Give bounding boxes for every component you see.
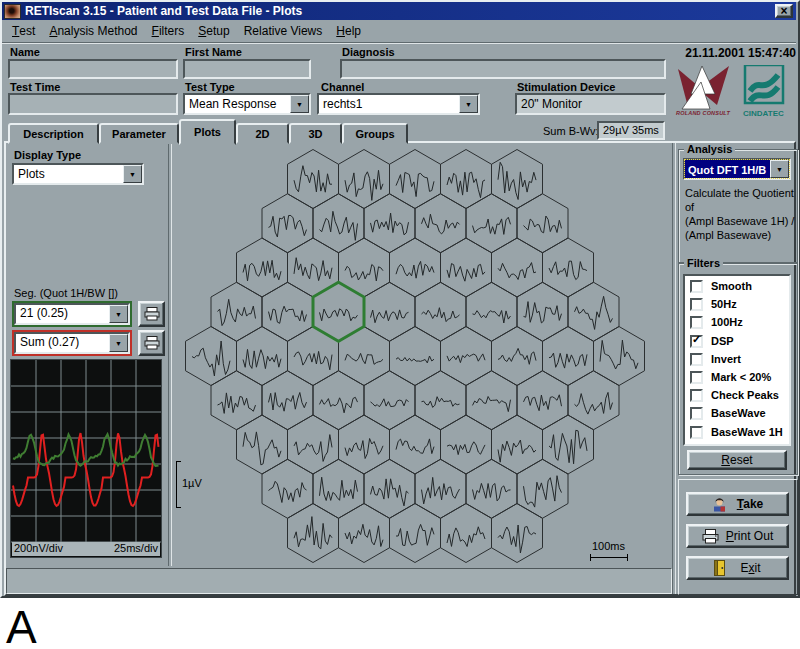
seg-primary-dropdown[interactable]: 21 (0.25) ▼ [14, 303, 130, 325]
hex-segment[interactable] [390, 504, 441, 563]
hex-segment[interactable] [262, 371, 313, 430]
tab-plots[interactable]: Plots [179, 119, 236, 145]
sum-bwv-value: 29µV 35ms [597, 121, 665, 140]
hex-waveform [549, 261, 587, 280]
hex-segment[interactable] [262, 282, 313, 341]
analysis-group-title: Analysis [684, 143, 735, 155]
name-field[interactable] [8, 59, 178, 79]
chevron-down-icon[interactable]: ▼ [770, 160, 789, 178]
hex-segment[interactable] [364, 282, 415, 341]
hex-segment[interactable] [517, 282, 568, 341]
hex-segment[interactable] [441, 238, 492, 297]
hex-segment[interactable] [313, 194, 364, 253]
analysis-description-line: of [685, 201, 694, 213]
seg-secondary-print-button[interactable] [138, 330, 165, 356]
hex-segment[interactable] [339, 504, 390, 563]
tab-3d[interactable]: 3D [289, 123, 342, 144]
seg-secondary-dropdown[interactable]: Sum (0.27) ▼ [14, 332, 130, 354]
hex-segment[interactable] [415, 459, 466, 518]
hex-segment[interactable] [568, 371, 619, 430]
hex-segment[interactable] [237, 415, 288, 474]
amplitude-scale-label: 1µV [182, 477, 202, 489]
exit-button[interactable]: Exit [686, 556, 789, 580]
seg-primary-print-button[interactable] [138, 301, 165, 327]
hex-waveform [549, 430, 587, 464]
menu-item-test[interactable]: Test [5, 20, 42, 42]
checkbox-basewave[interactable] [690, 407, 703, 420]
menu-item-relative-views[interactable]: Relative Views [237, 20, 330, 42]
chevron-down-icon[interactable]: ▼ [459, 95, 478, 113]
display-type-dropdown[interactable]: Plots ▼ [12, 163, 144, 185]
hex-segment[interactable] [492, 238, 543, 297]
hex-waveform [422, 397, 460, 408]
checkbox-100hz[interactable] [690, 316, 703, 329]
hex-waveform [524, 302, 562, 323]
tab-description[interactable]: Description [8, 123, 99, 144]
first-name-field[interactable] [183, 59, 311, 79]
hex-segment[interactable] [568, 282, 619, 341]
filter-row-50hz: 50Hz [685, 298, 789, 316]
hex-segment[interactable] [390, 238, 441, 297]
hex-waveform [447, 354, 485, 363]
tab-groups[interactable]: Groups [342, 123, 408, 144]
stimulation-device-field[interactable]: 20" Monitor [515, 93, 666, 115]
hex-segment[interactable] [237, 327, 288, 386]
test-type-dropdown[interactable]: Mean Response ▼ [183, 93, 311, 115]
chevron-down-icon[interactable]: ▼ [123, 165, 142, 183]
filter-row-smooth: Smooth [685, 280, 789, 298]
chevron-down-icon[interactable]: ▼ [109, 305, 128, 323]
tab-parameter[interactable]: Parameter [99, 123, 179, 144]
filter-label: Invert [711, 353, 741, 365]
checkbox-smooth[interactable] [690, 280, 703, 293]
hex-waveform [269, 216, 307, 238]
hex-segment[interactable] [390, 150, 441, 209]
hex-segment[interactable] [466, 194, 517, 253]
menu-item-setup[interactable]: Setup [191, 20, 236, 42]
screenshot-root: RETIscan 3.15 - Patient and Test Data Fi… [0, 0, 800, 649]
filter-label: BaseWave [711, 407, 766, 419]
hex-waveform [524, 395, 562, 411]
hex-segment[interactable] [594, 327, 645, 386]
hex-waveform [498, 440, 536, 462]
analysis-description-line: (Ampl Basewave 1H) / [685, 215, 794, 227]
reset-button[interactable]: Reset [687, 450, 787, 470]
checkbox-check-peaks[interactable] [690, 389, 703, 402]
print-out-button[interactable]: Print Out [686, 524, 789, 548]
diagnosis-field[interactable] [340, 59, 666, 79]
hex-segment[interactable] [339, 415, 390, 474]
menu-item-filters[interactable]: Filters [145, 20, 192, 42]
test-time-field[interactable] [8, 93, 178, 115]
analysis-dropdown[interactable]: Quot DFT 1H/B ▼ [683, 158, 791, 180]
hex-waveform [294, 351, 332, 369]
checkbox-basewave-1h[interactable] [690, 426, 703, 439]
hex-segment[interactable] [441, 504, 492, 563]
chevron-down-icon[interactable]: ▼ [290, 95, 309, 113]
hex-waveform [473, 217, 511, 234]
menu-item-analysis-method[interactable]: Analysis Method [42, 20, 144, 42]
hex-waveform [294, 435, 332, 462]
hex-segment[interactable] [492, 150, 543, 209]
hex-segment[interactable] [186, 327, 237, 386]
checkbox-dsp[interactable]: ✓ [690, 335, 703, 348]
hex-waveform [371, 213, 409, 235]
close-button[interactable]: × [775, 4, 793, 18]
tab-2d[interactable]: 2D [236, 123, 289, 144]
menu-item-help[interactable]: Help [329, 20, 368, 42]
hex-segment[interactable] [211, 371, 262, 430]
channel-dropdown[interactable]: rechts1 ▼ [317, 93, 480, 115]
checkbox-invert[interactable] [690, 353, 703, 366]
hex-segment[interactable] [390, 327, 441, 386]
title-bar[interactable]: RETIscan 3.15 - Patient and Test Data Fi… [2, 2, 796, 20]
checkbox-50hz[interactable] [690, 298, 703, 311]
take-button[interactable]: Take [686, 492, 789, 516]
hex-segment[interactable] [543, 327, 594, 386]
hex-segment[interactable] [492, 415, 543, 474]
hex-waveform [294, 258, 332, 281]
cindatec-logo: CINDATEC [734, 65, 794, 119]
hex-segment[interactable] [288, 150, 339, 209]
hex-waveform [473, 311, 511, 324]
hex-segment[interactable] [339, 150, 390, 209]
hex-segment[interactable] [441, 415, 492, 474]
checkbox-mark-20-[interactable] [690, 371, 703, 384]
chevron-down-icon[interactable]: ▼ [109, 334, 128, 352]
